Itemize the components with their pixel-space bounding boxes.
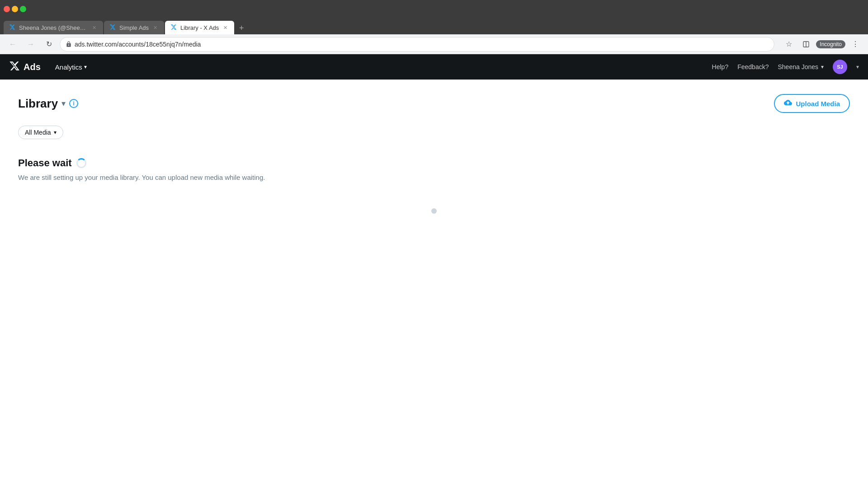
analytics-label: Analytics: [55, 63, 82, 71]
bookmark-button[interactable]: ☆: [782, 37, 796, 52]
tab3-close-button[interactable]: ✕: [222, 24, 229, 31]
nav-left: Ads Analytics ▾: [9, 61, 90, 73]
filter-bar: All Media ▾: [18, 126, 850, 139]
browser-nav-bar: ← → ↻ ads.twitter.com/accounts/18ce55njq…: [0, 34, 868, 54]
account-chevron-icon[interactable]: ▾: [856, 64, 859, 70]
split-screen-button[interactable]: [799, 37, 813, 52]
tab3-favicon: [170, 24, 178, 31]
app-nav: Ads Analytics ▾ Help? Feedback? Sheena J…: [0, 54, 868, 80]
browser-titlebar: [0, 0, 868, 18]
window-close-button[interactable]: [4, 6, 10, 12]
title-caret-icon[interactable]: ▾: [61, 99, 66, 108]
back-button[interactable]: ←: [5, 37, 20, 52]
filter-label: All Media: [25, 129, 51, 136]
page-content: Library ▾ i Upload Media All Media ▾ Ple…: [0, 80, 868, 488]
tab2-title: Simple Ads: [119, 24, 149, 31]
analytics-chevron-icon: ▾: [84, 64, 87, 70]
upload-media-button[interactable]: Upload Media: [774, 94, 850, 113]
loading-spinner: [76, 158, 86, 168]
analytics-menu-button[interactable]: Analytics ▾: [52, 61, 90, 73]
center-loading-area: [18, 181, 850, 241]
help-link[interactable]: Help?: [712, 63, 729, 70]
tab1-close-button[interactable]: ✕: [90, 24, 98, 31]
lock-icon: [66, 41, 72, 47]
filter-chevron-icon: ▾: [54, 129, 57, 136]
app: Ads Analytics ▾ Help? Feedback? Sheena J…: [0, 54, 868, 488]
nav-right-controls: ☆ Incognito ⋮: [782, 37, 863, 52]
tab-sheena-jones[interactable]: Sheena Jones (@SheenaJone49... ✕: [4, 21, 103, 34]
user-menu-button[interactable]: Sheena Jones ▾: [778, 63, 824, 70]
user-chevron-icon: ▾: [821, 64, 824, 70]
avatar[interactable]: SJ: [833, 60, 847, 74]
ads-label: Ads: [24, 62, 41, 72]
upload-icon: [784, 99, 792, 108]
new-tab-button[interactable]: +: [235, 22, 248, 34]
app-logo: Ads: [9, 61, 41, 73]
nav-right-user-area: Help? Feedback? Sheena Jones ▾ SJ ▾: [712, 60, 859, 74]
browser-window-controls: [4, 6, 26, 12]
feedback-link[interactable]: Feedback?: [737, 63, 769, 70]
tab-bar: Sheena Jones (@SheenaJone49... ✕ Simple …: [0, 18, 868, 34]
page-title: Library: [18, 97, 58, 111]
url-text: ads.twitter.com/accounts/18ce55njq7n/med…: [75, 41, 769, 48]
forward-button[interactable]: →: [24, 37, 38, 52]
twitter-bird-icon: [9, 61, 20, 73]
upload-media-label: Upload Media: [796, 100, 840, 108]
page-title-area: Library ▾ i: [18, 97, 78, 111]
info-icon[interactable]: i: [69, 99, 78, 108]
menu-button[interactable]: ⋮: [848, 37, 863, 52]
please-wait-description: We are still setting up your media libra…: [18, 174, 850, 181]
tab1-favicon: [9, 24, 16, 31]
page-header: Library ▾ i Upload Media: [18, 94, 850, 113]
window-maximize-button[interactable]: [20, 6, 26, 12]
incognito-badge: Incognito: [816, 40, 845, 48]
window-minimize-button[interactable]: [12, 6, 18, 12]
tab-library-x-ads[interactable]: Library - X Ads ✕: [165, 21, 234, 34]
avatar-initials: SJ: [837, 64, 843, 70]
center-loading-dot: [431, 208, 437, 214]
tab2-close-button[interactable]: ✕: [151, 24, 159, 31]
address-bar[interactable]: ads.twitter.com/accounts/18ce55njq7n/med…: [60, 37, 774, 52]
please-wait-text: Please wait: [18, 157, 72, 169]
all-media-dropdown[interactable]: All Media ▾: [18, 126, 63, 139]
please-wait-title-area: Please wait: [18, 157, 850, 169]
tab2-favicon: [109, 24, 117, 31]
tab3-title: Library - X Ads: [180, 24, 219, 31]
reload-button[interactable]: ↻: [42, 37, 56, 52]
please-wait-section: Please wait We are still setting up your…: [18, 157, 850, 181]
tab-simple-ads[interactable]: Simple Ads ✕: [104, 21, 164, 34]
user-name-label: Sheena Jones: [778, 63, 818, 70]
browser-chrome: Sheena Jones (@SheenaJone49... ✕ Simple …: [0, 0, 868, 54]
tab1-title: Sheena Jones (@SheenaJone49...: [19, 24, 88, 31]
